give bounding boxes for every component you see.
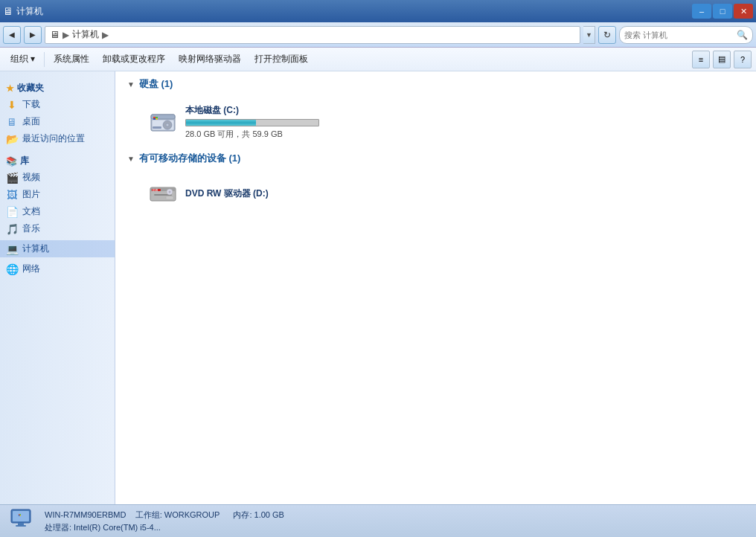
sidebar-item-recent[interactable]: 📂 最近访问的位置	[0, 130, 115, 147]
documents-label: 文档	[22, 205, 40, 218]
svg-rect-27	[16, 525, 26, 527]
dvd-icon: DVD	[148, 179, 178, 208]
sidebar-favorites-header: ★ 收藏夹	[0, 77, 115, 96]
library-icon: 📚	[6, 156, 17, 167]
search-bar: 🔍	[619, 26, 753, 44]
computer-icon: 💻	[6, 243, 18, 255]
svg-rect-5	[153, 118, 156, 120]
status-info: WIN-R7MM90ERBMD 工作组: WORKGROUP 内存: 1.00 …	[45, 509, 284, 533]
sidebar-library-header: 📚 库	[0, 150, 115, 169]
help-button[interactable]: ?	[734, 51, 752, 68]
svg-rect-23	[20, 514, 22, 515]
drive-d-name: DVD RW 驱动器 (D:)	[185, 187, 269, 200]
removable-collapse-icon[interactable]: ▼	[127, 155, 135, 163]
library-label: 库	[20, 155, 29, 167]
search-input[interactable]	[624, 30, 734, 39]
recent-label: 最近访问的位置	[22, 132, 85, 145]
properties-button[interactable]: 系统属性	[48, 51, 95, 68]
download-label: 下载	[22, 98, 40, 111]
close-button[interactable]: ✕	[734, 4, 753, 19]
status-line-1: WIN-R7MM90ERBMD 工作组: WORKGROUP 内存: 1.00 …	[45, 509, 284, 521]
workgroup-label: 工作组: WORKGROUP	[135, 510, 220, 519]
network-label: 网络	[22, 263, 40, 275]
computer-name: WIN-R7MM90ERBMD	[45, 510, 126, 519]
sidebar-item-pictures[interactable]: 🖼 图片	[0, 186, 115, 203]
toolbar-separator-1	[44, 52, 45, 67]
svg-rect-6	[156, 118, 158, 120]
view-toggle-button[interactable]: ≡	[692, 51, 710, 68]
svg-rect-3	[153, 117, 156, 118]
breadcrumb-icon: 🖥	[50, 29, 60, 40]
pictures-label: 图片	[22, 188, 40, 201]
sidebar-favorites-section: ★ 收藏夹 ⬇ 下载 🖥 桌面 📂 最近访问的位置	[0, 77, 115, 147]
hard-disk-collapse-icon[interactable]: ▼	[127, 80, 135, 89]
video-icon: 🎬	[6, 172, 18, 184]
video-label: 视频	[22, 171, 40, 184]
sidebar: ★ 收藏夹 ⬇ 下载 🖥 桌面 📂 最近访问的位置 📚 库 �	[0, 71, 115, 504]
drive-c-name: 本地磁盘 (C:)	[185, 104, 319, 117]
uninstall-button[interactable]: 卸载或更改程序	[97, 51, 171, 68]
minimize-button[interactable]: –	[692, 4, 711, 19]
status-bar: WIN-R7MM90ERBMD 工作组: WORKGROUP 内存: 1.00 …	[0, 504, 756, 537]
desktop-icon: 🖥	[6, 116, 18, 128]
sidebar-computer-section: 💻 计算机	[0, 240, 115, 257]
search-button[interactable]: 🔍	[737, 30, 748, 40]
processor-label: 处理器: Intel(R) Core(TM) i5-4...	[45, 523, 161, 532]
status-computer-icon	[9, 507, 36, 536]
svg-rect-24	[19, 515, 20, 517]
toolbar-right: ≡ ▤ ?	[692, 51, 752, 68]
recent-icon: 📂	[6, 133, 18, 145]
svg-rect-22	[19, 514, 20, 515]
organize-button[interactable]: 组织 ▾	[4, 51, 41, 68]
drive-d-info: DVD RW 驱动器 (D:)	[185, 187, 269, 200]
back-button[interactable]: ◀	[3, 26, 21, 44]
removable-section-label: 有可移动存储的设备 (1)	[139, 152, 241, 165]
svg-text:DVD: DVD	[153, 189, 158, 192]
removable-section-header: ▼ 有可移动存储的设备 (1)	[127, 152, 744, 165]
breadcrumb-text: 计算机	[72, 28, 99, 41]
breadcrumb-bar[interactable]: 🖥 ▶ 计算机 ▶	[45, 26, 580, 44]
sidebar-network-section: 🌐 网络	[0, 260, 115, 277]
control-panel-button[interactable]: 打开控制面板	[249, 51, 314, 68]
network-icon: 🌐	[6, 263, 18, 275]
map-drive-button[interactable]: 映射网络驱动器	[173, 51, 247, 68]
sidebar-item-documents[interactable]: 📄 文档	[0, 203, 115, 220]
drive-item-d[interactable]: DVD DVD RW 驱动器 (D:)	[142, 174, 744, 213]
sidebar-item-network[interactable]: 🌐 网络	[0, 260, 115, 277]
music-label: 音乐	[22, 222, 40, 235]
star-icon: ★	[6, 83, 14, 94]
status-line-2: 处理器: Intel(R) Core(TM) i5-4...	[45, 522, 284, 533]
refresh-button[interactable]: ↻	[598, 26, 616, 44]
address-dropdown[interactable]: ▼	[583, 26, 595, 44]
sidebar-item-download[interactable]: ⬇ 下载	[0, 96, 115, 113]
sidebar-item-video[interactable]: 🎬 视频	[0, 169, 115, 186]
sidebar-item-music[interactable]: 🎵 音乐	[0, 220, 115, 237]
pane-button[interactable]: ▤	[713, 51, 731, 68]
drive-item-c[interactable]: 本地磁盘 (C:) 28.0 GB 可用，共 59.9 GB	[142, 100, 744, 144]
svg-rect-4	[156, 117, 158, 118]
svg-rect-10	[153, 126, 161, 129]
desktop-label: 桌面	[22, 115, 40, 128]
svg-rect-26	[18, 523, 24, 525]
drive-c-progress-fill	[186, 120, 256, 126]
hard-disk-section-label: 硬盘 (1)	[139, 77, 173, 91]
title-bar-left: 🖥 计算机	[3, 5, 43, 18]
window-icon: 🖥	[3, 5, 13, 17]
drive-c-info: 本地磁盘 (C:) 28.0 GB 可用，共 59.9 GB	[185, 104, 319, 140]
svg-rect-25	[20, 515, 22, 517]
sidebar-item-desktop[interactable]: 🖥 桌面	[0, 113, 115, 130]
address-bar: ◀ ▶ 🖥 ▶ 计算机 ▶ ▼ ↻ 🔍	[0, 22, 756, 48]
svg-rect-18	[166, 196, 173, 199]
drive-c-size: 28.0 GB 可用，共 59.9 GB	[185, 129, 319, 140]
title-bar-buttons: – □ ✕	[692, 4, 753, 19]
computer-label: 计算机	[22, 242, 49, 255]
hdd-icon	[148, 107, 178, 137]
maximize-button[interactable]: □	[713, 4, 732, 19]
download-icon: ⬇	[6, 99, 18, 111]
main-area: ★ 收藏夹 ⬇ 下载 🖥 桌面 📂 最近访问的位置 📚 库 �	[0, 71, 756, 504]
breadcrumb-separator: ▶	[63, 30, 69, 40]
toolbar: 组织 ▾ 系统属性 卸载或更改程序 映射网络驱动器 打开控制面板 ≡ ▤ ?	[0, 48, 756, 71]
forward-button[interactable]: ▶	[24, 26, 42, 44]
sidebar-item-computer[interactable]: 💻 计算机	[0, 240, 115, 257]
window-title: 计算机	[16, 5, 43, 18]
